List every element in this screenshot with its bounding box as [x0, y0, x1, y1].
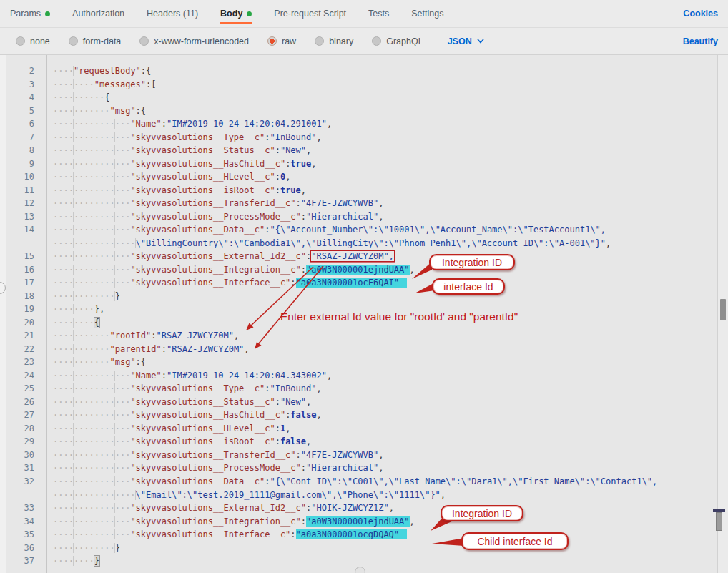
- body-type-none[interactable]: none: [16, 36, 50, 46]
- text-cursor-artifact-stem: [716, 512, 722, 531]
- indent-whitespace: ···············: [53, 436, 130, 446]
- indent-whitespace: ····: [53, 66, 74, 76]
- json-key: "skyvvasolutions__Interface__c": [130, 278, 290, 288]
- postman-request-body-panel: { "colors": { "accent_orange":"#ff6c37",…: [0, 0, 728, 573]
- body-type-graphql[interactable]: GraphQL: [372, 36, 423, 46]
- indent-whitespace: ···············: [53, 251, 130, 261]
- indent-whitespace: ········: [53, 79, 94, 89]
- json-token: "New": [280, 397, 306, 407]
- tab-params[interactable]: Params: [10, 0, 50, 27]
- json-key: "skyvvasolutions__Status__c": [130, 397, 275, 407]
- json-token: ,: [316, 410, 321, 420]
- json-token: ,: [606, 238, 611, 248]
- code-line: ···············"skyvvasolutions__Externa…: [53, 501, 715, 515]
- json-token: "4F7E-JZWCYWVB": [301, 450, 378, 460]
- json-token: ,: [378, 463, 383, 473]
- indent-whitespace: ···············: [53, 119, 130, 129]
- json-token: ,: [378, 212, 383, 222]
- body-type-label: form-data: [83, 36, 122, 46]
- indent-whitespace: ···············: [53, 132, 130, 142]
- json-token: :: [275, 423, 280, 434]
- code-line: ···············"skyvvasolutions__HLevel_…: [53, 170, 715, 184]
- line-number: 12: [0, 197, 46, 210]
- radio-icon[interactable]: [315, 36, 324, 46]
- radio-icon[interactable]: [69, 36, 78, 46]
- body-type-form-data[interactable]: form-data: [69, 36, 122, 46]
- callout-integration-id-1: Integration ID: [429, 254, 515, 270]
- json-token: true: [280, 185, 301, 195]
- tab-headers-11[interactable]: Headers (11): [147, 0, 198, 27]
- line-number: 19: [0, 303, 46, 316]
- json-key: "skyvvasolutions__Data__c": [130, 225, 265, 235]
- language-select[interactable]: JSON: [448, 36, 484, 46]
- json-token: ,: [285, 172, 290, 182]
- indent-whitespace: ········: [53, 304, 94, 314]
- line-number: 24: [0, 369, 46, 383]
- body-type-container: noneform-datax-www-form-urlencodedrawbin…: [16, 36, 442, 46]
- tab-tests[interactable]: Tests: [368, 0, 389, 27]
- json-token: :: [290, 529, 295, 539]
- code-line: ········}: [53, 554, 715, 568]
- line-number: 11: [0, 184, 46, 197]
- indent-whitespace: ···········: [53, 344, 109, 354]
- json-token: {: [94, 318, 99, 328]
- json-token: ,: [244, 344, 249, 354]
- body-type-binary[interactable]: binary: [315, 36, 353, 46]
- json-token: ,: [378, 198, 383, 208]
- json-key: "skyvvasolutions__Integration__c": [130, 516, 300, 527]
- code-line: ···············"skyvvasolutions__Status_…: [53, 396, 715, 409]
- radio-icon[interactable]: [16, 36, 25, 46]
- json-token: "HOIK-JZWCYZ1Z": [311, 503, 388, 513]
- json-token: }: [115, 291, 120, 301]
- tab-settings[interactable]: Settings: [411, 0, 443, 27]
- json-token: ,: [389, 503, 394, 513]
- radio-icon[interactable]: [139, 36, 149, 46]
- tab-label: Authorization: [72, 9, 124, 19]
- tab-label: Settings: [411, 9, 443, 19]
- body-type-x-www-form-urlencoded[interactable]: x-www-form-urlencoded: [139, 36, 249, 46]
- json-token: :: [275, 185, 280, 195]
- indent-whitespace: ···············: [53, 212, 130, 222]
- indent-whitespace: ···········: [53, 330, 109, 341]
- radio-icon[interactable]: [267, 36, 277, 46]
- radio-icon[interactable]: [372, 36, 381, 46]
- scrollbar-thumb[interactable]: [720, 299, 726, 320]
- line-number: 26: [0, 396, 46, 409]
- line-number: 31: [0, 461, 46, 475]
- beautify-link[interactable]: Beautify: [683, 36, 718, 46]
- line-number: 3: [0, 78, 46, 92]
- code-line: ···············"skyvvasolutions__Process…: [53, 210, 715, 224]
- callout-interface-id: interface Id: [432, 278, 505, 295]
- chevron-down-icon: [477, 39, 484, 44]
- indent-whitespace: ···············: [53, 371, 130, 381]
- json-token: "RSAZ-JZWCYZ0M": [167, 344, 244, 354]
- line-number: 4: [0, 91, 46, 104]
- indent-whitespace: ················: [53, 490, 136, 500]
- code-line: ···············"skyvvasolutions__Interfa…: [53, 528, 715, 542]
- tab-pre-request-script[interactable]: Pre-request Script: [274, 0, 346, 27]
- line-number: 18: [0, 290, 46, 303]
- indent-whitespace: ···············: [53, 172, 130, 182]
- line-number: 37: [0, 554, 46, 568]
- json-key: "messages": [94, 79, 146, 89]
- json-token: :{: [136, 106, 146, 116]
- cookies-link[interactable]: Cookies: [683, 9, 718, 19]
- json-key: "msg": [109, 106, 135, 116]
- line-number: 9: [0, 157, 46, 171]
- indent-whitespace: ···············: [53, 265, 130, 275]
- json-token: ,: [327, 371, 332, 381]
- request-tab-bar: ParamsAuthorizationHeaders (11)BodyPre-r…: [0, 0, 728, 28]
- body-type-label: raw: [282, 36, 296, 46]
- json-key: "Name": [130, 371, 161, 381]
- json-token: :: [290, 278, 295, 288]
- body-type-raw[interactable]: raw: [267, 36, 296, 46]
- body-type-label: GraphQL: [386, 36, 423, 46]
- json-token: true: [290, 159, 311, 169]
- pane-resize-handle-bottom[interactable]: [355, 567, 365, 573]
- line-number: 8: [0, 144, 46, 157]
- tab-authorization[interactable]: Authorization: [72, 0, 124, 27]
- json-token: "New": [280, 145, 306, 155]
- json-token: :: [162, 344, 167, 354]
- tab-body[interactable]: Body: [220, 0, 252, 27]
- vertical-scrollbar[interactable]: [717, 55, 728, 573]
